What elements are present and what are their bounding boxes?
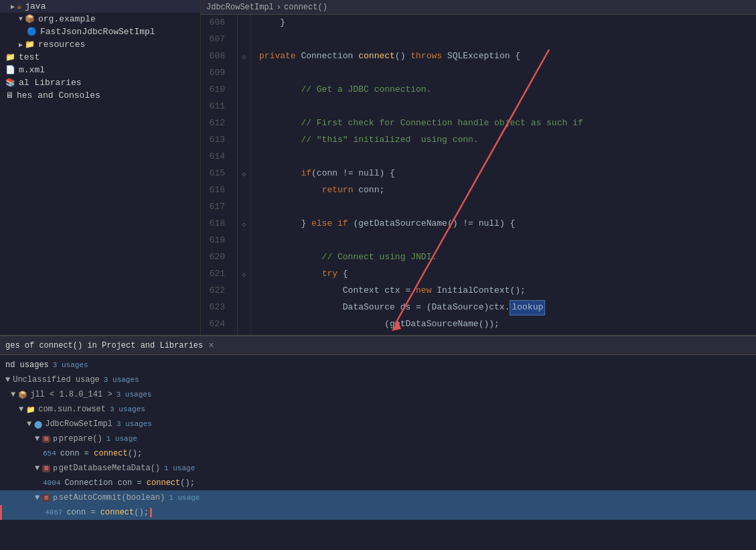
jdk-icon: 📦 <box>18 391 27 399</box>
sidebar-item-java[interactable]: ▶ ☕ java <box>0 0 200 13</box>
sidebar-item-test[interactable]: 📁 test <box>0 51 200 64</box>
line-num: 624 <box>201 316 230 333</box>
line-num: 623 <box>201 299 230 316</box>
code-line-614 <box>259 149 756 165</box>
line-num: 613 <box>201 132 230 149</box>
gutter-item <box>238 182 250 199</box>
usage-badge: 1 usage <box>106 435 137 443</box>
method-icon: m <box>42 435 50 443</box>
usage-badge: 3 usages <box>110 405 145 413</box>
gutter-item <box>238 283 250 299</box>
expand-icon: ▼ <box>35 464 40 473</box>
folder-icon: 📁 <box>25 40 35 50</box>
expand-icon: ▼ <box>11 390 15 399</box>
code-area: 606 607 608 609 610 611 612 613 614 615 … <box>201 15 756 335</box>
gutter-fold[interactable]: ◇ <box>238 266 250 283</box>
line-ref: 4067 <box>45 508 62 517</box>
usage-line-4004[interactable]: 4004 Connection con = connect(); <box>0 476 756 490</box>
expand-icon: ▼ <box>35 493 40 502</box>
gutter-item <box>238 199 250 216</box>
gutter-item <box>238 132 250 149</box>
line-num: 620 <box>201 249 230 266</box>
sidebar-item-mxml[interactable]: 📄 m.xml <box>0 64 200 76</box>
code-line-612: // First check for Connection handle obj… <box>259 115 756 132</box>
usage-prepare-method[interactable]: ▼ m p prepare() 1 usage <box>0 431 756 446</box>
access-icon: p <box>53 494 58 502</box>
line-num: 611 <box>201 98 230 115</box>
line-num: 609 <box>201 65 230 82</box>
line-num: 618 <box>201 216 230 232</box>
gutter-item <box>238 65 250 82</box>
method-icon: m <box>42 494 50 502</box>
breadcrumb-item-1: JdbcRowSetImpl <box>206 3 274 12</box>
code-line-620: // Connect using JNDI. <box>259 249 756 266</box>
usage-label: prepare() <box>59 434 102 443</box>
code-line-624: (getDataSourceName()); <box>259 316 756 333</box>
gutter-item <box>238 31 250 48</box>
expand-icon: ▼ <box>19 405 23 414</box>
gutter: ◇ ◇ ◇ ◇ <box>238 15 251 335</box>
code-line-621: try { <box>259 266 756 283</box>
line-num: 617 <box>201 199 230 216</box>
arrow-icon: ▶ <box>19 41 23 49</box>
code-line-623: DataSource ds = (DataSource)ctx.lookup <box>259 299 756 316</box>
usage-setautocommit-method[interactable]: ▼ m p setAutoCommit(boolean) 1 usage <box>0 490 756 505</box>
usage-badge: 1 usage <box>169 494 200 502</box>
line-num: 615 <box>201 165 230 182</box>
package-icon: 📦 <box>25 14 35 24</box>
gutter-fold[interactable]: ◇ <box>238 48 250 65</box>
line-num: 606 <box>201 15 230 31</box>
console-icon: 🖥 <box>5 90 13 100</box>
usage-badge: 3 usages <box>117 391 152 399</box>
line-num: 622 <box>201 283 230 299</box>
sidebar-item-label: org.example <box>38 14 96 24</box>
usage-line-654[interactable]: 654 conn = connect(); <box>0 446 756 461</box>
usage-label: Unclassified usage <box>13 375 100 385</box>
usage-jdbcrowsetimpl[interactable]: ▼ ⬤ JdbcRowSetImpl 3 usages <box>0 417 756 431</box>
usage-line-4067[interactable]: 4067 conn = connect(); <box>0 505 756 520</box>
line-num: 616 <box>201 182 230 199</box>
sidebar-item-label: java <box>25 1 46 11</box>
panel-close-button[interactable]: × <box>208 340 214 351</box>
sidebar-item-label: al Libraries <box>19 78 82 88</box>
gutter-item <box>238 82 250 98</box>
main-container: ▶ ☕ java ▼ 📦 org.example 🔵 FastJsonJdbcR… <box>0 0 756 550</box>
gutter-item <box>238 149 250 165</box>
bottom-panel: ges of connect() in Project and Librarie… <box>0 335 756 550</box>
code-line-617 <box>259 199 756 216</box>
usage-unclassified[interactable]: ▼ Unclassified usage 3 usages <box>0 372 756 387</box>
sidebar-item-consoles[interactable]: 🖥 hes and Consoles <box>0 89 200 102</box>
panel-title: ges of connect() in Project and Librarie… <box>5 341 203 350</box>
code-line-606: } <box>259 15 756 31</box>
sidebar-item-resources[interactable]: ▶ 📁 resources <box>0 38 200 51</box>
sidebar-item-label: test <box>19 52 40 62</box>
library-icon: 📚 <box>5 78 15 88</box>
gutter-fold[interactable]: ◇ <box>238 165 250 182</box>
sidebar-item-label: hes and Consoles <box>17 90 100 100</box>
sidebar-item-fastjson[interactable]: 🔵 FastJsonJdbcRowSetImpl <box>0 25 200 38</box>
code-line-619 <box>259 232 756 249</box>
arrow-icon: ▶ <box>11 3 15 11</box>
code-line-609 <box>259 65 756 82</box>
line-num: 619 <box>201 232 230 249</box>
line-num: 608 <box>201 48 230 65</box>
usage-getdatabasemetadata-method[interactable]: ▼ m p getDatabaseMetaData() 1 usage <box>0 461 756 476</box>
sidebar: ▶ ☕ java ▼ 📦 org.example 🔵 FastJsonJdbcR… <box>0 0 201 335</box>
code-content[interactable]: } private Connection connect() throws SQ… <box>251 15 756 335</box>
class-icon: 🔵 <box>27 27 37 37</box>
usages-tree: nd usages 3 usages ▼ Unclassified usage … <box>0 355 756 550</box>
gutter-item <box>238 249 250 266</box>
breadcrumb-item-2: connect() <box>284 3 327 12</box>
usage-com-sun-rowset[interactable]: ▼ 📁 com.sun.rowset 3 usages <box>0 402 756 417</box>
gutter-fold[interactable]: ◇ <box>238 216 250 232</box>
sidebar-item-org-example[interactable]: ▼ 📦 org.example <box>0 13 200 25</box>
usage-jdk[interactable]: ▼ 📦 jll < 1.8.0_141 > 3 usages <box>0 387 756 402</box>
sidebar-item-libraries[interactable]: 📚 al Libraries <box>0 76 200 89</box>
line-num: 607 <box>201 31 230 48</box>
panel-header: ges of connect() in Project and Librarie… <box>0 336 756 355</box>
folder-icon: 📁 <box>5 52 15 62</box>
line-num: 612 <box>201 115 230 132</box>
code-line-608: private Connection connect() throws SQLE… <box>259 48 756 65</box>
breadcrumb-sep: › <box>277 3 281 12</box>
line-num: 621 <box>201 266 230 283</box>
